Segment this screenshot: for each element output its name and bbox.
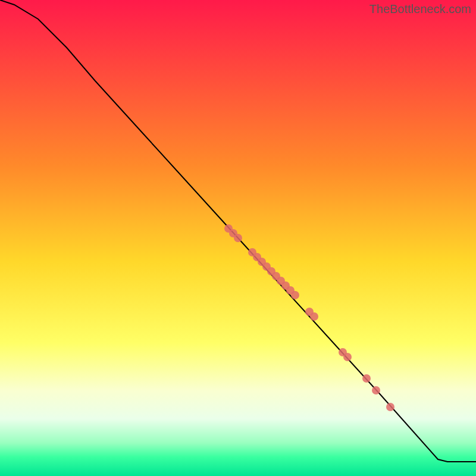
data-point [386,403,394,411]
data-point [234,234,242,242]
data-point [343,353,352,361]
data-point [291,291,299,299]
data-point [310,312,318,321]
chart-svg [0,0,476,476]
data-point [362,374,371,383]
watermark-text: TheBottleneck.com [369,2,471,16]
data-point [372,386,380,394]
chart-container: TheBottleneck.com [0,0,476,476]
